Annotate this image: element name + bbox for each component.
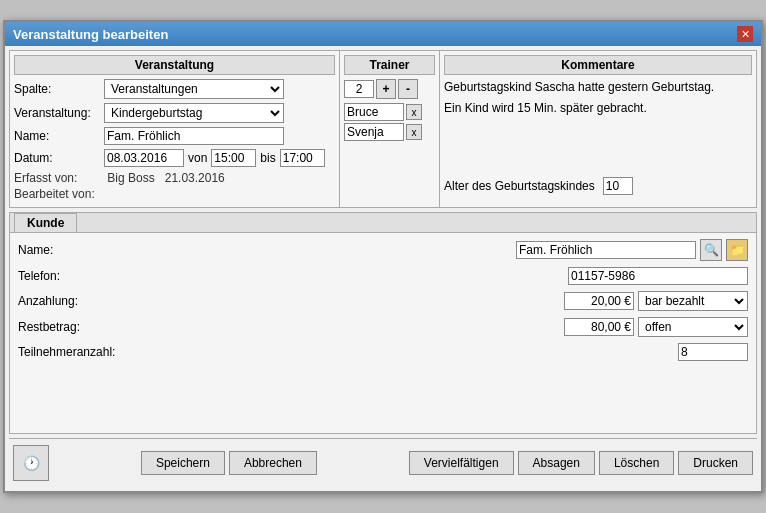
drucken-button[interactable]: Drucken: [678, 451, 753, 475]
veranstaltung-select[interactable]: Kindergeburtstag: [104, 103, 284, 123]
kunde-anzahlung-row: Anzahlung: bar bezahlt Rechnung Überweis…: [18, 291, 748, 311]
alter-row: Alter des Geburtstagskindes: [444, 177, 752, 195]
trainer-header: Trainer: [344, 55, 435, 75]
dialog: Veranstaltung bearbeiten ✕ Veranstaltung…: [3, 20, 763, 493]
kunde-telefon-label: Telefon:: [18, 269, 148, 283]
von-label: von: [188, 151, 207, 165]
trainer-entry-bruce: x: [344, 103, 435, 121]
alter-label: Alter des Geburtstagskindes: [444, 179, 595, 193]
comments-panel: Kommentare Geburtstagskind Sascha hatte …: [440, 51, 756, 207]
kunde-teilnehmer-label: Teilnehmeranzahl:: [18, 345, 148, 359]
datum-input[interactable]: [104, 149, 184, 167]
kunde-name-row: Name: 🔍 📁: [18, 239, 748, 261]
kunde-telefon-input[interactable]: [568, 267, 748, 285]
trainer-add-button[interactable]: +: [376, 79, 396, 99]
empty-area: [18, 367, 748, 427]
trainer-count-row: + -: [344, 79, 435, 99]
trainer-x-bruce[interactable]: x: [406, 104, 422, 120]
erfasst-date: 21.03.2016: [165, 171, 225, 185]
top-section: Veranstaltung Spalte: Veranstaltungen Ve…: [9, 50, 757, 208]
kunde-restbetrag-right: offen bezahlt storniert: [564, 317, 748, 337]
datum-label: Datum:: [14, 151, 104, 165]
name-label: Name:: [14, 129, 104, 143]
kunde-restbetrag-input[interactable]: [564, 318, 634, 336]
kunde-anzahlung-input[interactable]: [564, 292, 634, 310]
kunde-name-label: Name:: [18, 243, 148, 257]
trainer-input-bruce[interactable]: [344, 103, 404, 121]
datum-row: Datum: von bis: [14, 149, 335, 167]
restbetrag-status-select[interactable]: offen bezahlt storniert: [638, 317, 748, 337]
kunde-anzahlung-right: bar bezahlt Rechnung Überweisung: [564, 291, 748, 311]
erfasst-label: Erfasst von:: [14, 171, 104, 185]
vervielfaltigen-button[interactable]: Vervielfältigen: [409, 451, 514, 475]
kunde-search-button[interactable]: 🔍: [700, 239, 722, 261]
kunde-telefon-right: [568, 267, 748, 285]
trainer-x-svenja[interactable]: x: [406, 124, 422, 140]
close-button[interactable]: ✕: [737, 26, 753, 42]
erfasst-row: Erfasst von: Big Boss 21.03.2016: [14, 171, 335, 185]
bearbeitet-label: Bearbeitet von:: [14, 187, 104, 201]
name-row: Name:: [14, 127, 335, 145]
kunde-section: Kunde Name: 🔍 📁 Telefon:: [9, 212, 757, 434]
bearbeitet-row: Bearbeitet von:: [14, 187, 335, 201]
comments-header: Kommentare: [444, 55, 752, 75]
footer: 🕐 Speichern Abbrechen Vervielfältigen Ab…: [9, 438, 757, 487]
trainer-entry-svenja: x: [344, 123, 435, 141]
kunde-teilnehmer-right: [678, 343, 748, 361]
speichern-button[interactable]: Speichern: [141, 451, 225, 475]
absagen-button[interactable]: Absagen: [518, 451, 595, 475]
veranstaltung-header: Veranstaltung: [14, 55, 335, 75]
alter-input[interactable]: [603, 177, 633, 195]
kunde-anzahlung-label: Anzahlung:: [18, 294, 148, 308]
kunde-content: Name: 🔍 📁 Telefon: Anzahlung:: [10, 233, 756, 433]
spalte-label: Spalte:: [14, 82, 104, 96]
trainer-panel: Trainer + - x x: [340, 51, 440, 207]
kunde-restbetrag-label: Restbetrag:: [18, 320, 148, 334]
loschen-button[interactable]: Löschen: [599, 451, 674, 475]
erfasst-value: Big Boss: [107, 171, 154, 185]
bis-label: bis: [260, 151, 275, 165]
veranstaltung-label: Veranstaltung:: [14, 106, 104, 120]
kunde-name-input[interactable]: [516, 241, 696, 259]
trainer-count-input[interactable]: [344, 80, 374, 98]
comment2: Ein Kind wird 15 Min. später gebracht.: [444, 100, 752, 117]
kunde-teilnehmer-input[interactable]: [678, 343, 748, 361]
kunde-folder-button[interactable]: 📁: [726, 239, 748, 261]
name-input[interactable]: [104, 127, 284, 145]
anzahlung-status-select[interactable]: bar bezahlt Rechnung Überweisung: [638, 291, 748, 311]
clock-button[interactable]: 🕐: [13, 445, 49, 481]
spalte-row: Spalte: Veranstaltungen: [14, 79, 335, 99]
main-content: Veranstaltung Spalte: Veranstaltungen Ve…: [5, 46, 761, 491]
comment1: Geburtstagskind Sascha hatte gestern Geb…: [444, 79, 752, 96]
kunde-name-right: 🔍 📁: [516, 239, 748, 261]
abbrechen-button[interactable]: Abbrechen: [229, 451, 317, 475]
bis-time-input[interactable]: [280, 149, 325, 167]
trainer-remove-button[interactable]: -: [398, 79, 418, 99]
dialog-title: Veranstaltung bearbeiten: [13, 27, 168, 42]
trainer-input-svenja[interactable]: [344, 123, 404, 141]
kunde-telefon-row: Telefon:: [18, 267, 748, 285]
kunde-teilnehmer-row: Teilnehmeranzahl:: [18, 343, 748, 361]
von-time-input[interactable]: [211, 149, 256, 167]
kunde-tab[interactable]: Kunde: [14, 213, 77, 232]
left-panel: Veranstaltung Spalte: Veranstaltungen Ve…: [10, 51, 340, 207]
spalte-select[interactable]: Veranstaltungen: [104, 79, 284, 99]
veranstaltung-row: Veranstaltung: Kindergeburtstag: [14, 103, 335, 123]
title-bar: Veranstaltung bearbeiten ✕: [5, 22, 761, 46]
kunde-restbetrag-row: Restbetrag: offen bezahlt storniert: [18, 317, 748, 337]
